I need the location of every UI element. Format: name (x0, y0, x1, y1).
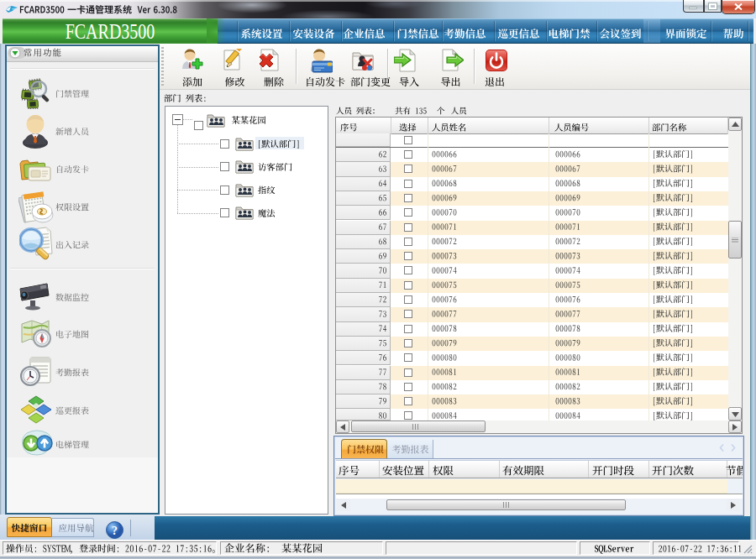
svg-text:?: ? (112, 525, 118, 537)
